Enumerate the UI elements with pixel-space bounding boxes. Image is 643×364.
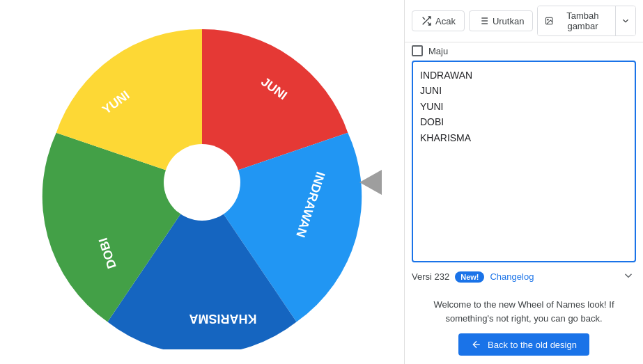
tambah-gambar-dropdown[interactable] — [615, 6, 635, 35]
acak-label: Acak — [435, 16, 456, 26]
maju-checkbox[interactable] — [412, 45, 423, 56]
wheel-container[interactable]: JUNI INDRAWAN KHARISMA DOBI YUNI — [35, 15, 369, 349]
urutkan-button[interactable]: Urutkan — [469, 10, 534, 31]
back-button-label: Back to the old design — [488, 340, 577, 350]
maju-label: Maju — [428, 46, 448, 56]
shuffle-icon — [421, 15, 432, 26]
expand-version-button[interactable] — [621, 268, 636, 285]
acak-button[interactable]: Acak — [412, 10, 465, 31]
image-icon — [545, 15, 553, 26]
chevron-down-icon-version — [622, 269, 635, 282]
version-row: Versi 232 New! Changelog — [405, 262, 643, 291]
tambah-gambar-label: Tambah gambar — [557, 10, 608, 31]
welcome-text: Welcome to the new Wheel of Names look! … — [419, 298, 629, 325]
urutkan-label: Urutkan — [493, 16, 525, 26]
changelog-link[interactable]: Changelog — [490, 271, 534, 282]
wheel-pointer — [359, 170, 382, 195]
maju-row: Maju — [405, 42, 643, 61]
right-panel: Acak Urutkan Tambah gambar — [404, 0, 643, 364]
arrow-left-icon — [471, 339, 482, 350]
welcome-section: Welcome to the new Wheel of Names look! … — [405, 291, 643, 364]
tambah-gambar-group: Tambah gambar — [537, 6, 636, 36]
sort-icon — [478, 15, 489, 26]
wheel-area: JUNI INDRAWAN KHARISMA DOBI YUNI — [0, 0, 404, 364]
version-text: Versi 232 — [412, 271, 449, 282]
toolbar: Acak Urutkan Tambah gambar — [405, 0, 643, 42]
svg-point-8 — [548, 19, 549, 20]
chevron-down-icon — [621, 16, 630, 26]
wheel-svg[interactable]: JUNI INDRAWAN KHARISMA DOBI YUNI — [35, 15, 369, 349]
wheel-label-kharisma: KHARISMA — [189, 312, 257, 326]
new-badge: New! — [455, 271, 484, 283]
tambah-gambar-button[interactable]: Tambah gambar — [538, 6, 615, 35]
svg-point-0 — [164, 144, 240, 221]
names-textarea[interactable]: INDRAWAN JUNI YUNI DOBI KHARISMA — [412, 61, 636, 262]
back-to-old-design-button[interactable]: Back to the old design — [458, 333, 589, 356]
